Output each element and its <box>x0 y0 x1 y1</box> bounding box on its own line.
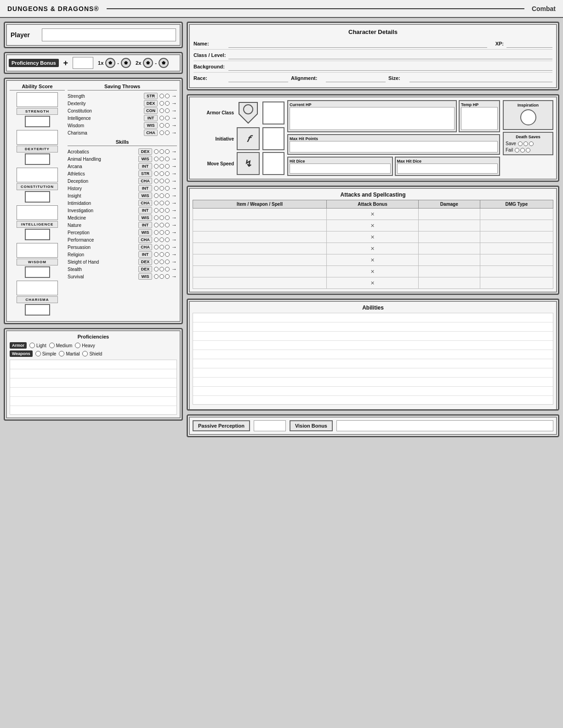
ds-save-c2[interactable] <box>523 141 528 146</box>
sk-ins-c3[interactable] <box>165 193 170 198</box>
sk-inv-c1[interactable] <box>154 208 159 213</box>
attack-item-6[interactable] <box>193 266 327 277</box>
wisdom-score-input[interactable] <box>17 243 58 258</box>
initiative-input[interactable] <box>262 127 284 150</box>
sk-med-c2[interactable] <box>159 215 164 220</box>
armor-heavy-circle[interactable] <box>75 343 80 348</box>
ds-fail-c3[interactable] <box>526 148 530 152</box>
sk-sur-c3[interactable] <box>165 274 170 279</box>
save-str-c2[interactable] <box>165 94 170 98</box>
sk-soh-c3[interactable] <box>165 260 170 264</box>
class-level-input[interactable] <box>228 51 552 59</box>
max-hp-input[interactable] <box>290 141 498 152</box>
sk-sur-c1[interactable] <box>154 274 159 279</box>
weapons-shield-circle[interactable] <box>82 351 88 356</box>
sk-ste-c3[interactable] <box>165 267 170 271</box>
charisma-mod-input[interactable] <box>25 304 50 316</box>
sk-dec-c1[interactable] <box>154 179 159 183</box>
strength-mod-input[interactable] <box>25 116 50 127</box>
charisma-score-input[interactable] <box>17 281 58 295</box>
sk-inv-c2[interactable] <box>159 208 164 213</box>
sk-acro-c3[interactable] <box>165 149 170 154</box>
armor-class-input[interactable] <box>262 102 284 124</box>
attack-type-5[interactable] <box>480 254 553 266</box>
sk-perc-c3[interactable] <box>165 230 170 235</box>
attack-type-1[interactable] <box>480 209 553 220</box>
attack-type-7[interactable] <box>480 277 553 289</box>
attack-item-3[interactable] <box>193 231 327 243</box>
save-dex-c2[interactable] <box>165 101 170 106</box>
sk-hist-c1[interactable] <box>154 186 159 191</box>
sk-soh-c1[interactable] <box>154 260 159 264</box>
player-input[interactable] <box>42 28 176 41</box>
sk-inv-c3[interactable] <box>165 208 170 213</box>
sk-rel-c1[interactable] <box>154 252 159 257</box>
attack-damage-2[interactable] <box>418 220 480 231</box>
vision-bonus-input[interactable] <box>336 420 553 431</box>
sk-hist-c2[interactable] <box>159 186 164 191</box>
race-input[interactable] <box>228 74 288 82</box>
sk-sur-c2[interactable] <box>159 274 164 279</box>
proficiency-notes[interactable] <box>10 360 177 415</box>
save-cha-c1[interactable] <box>159 130 164 135</box>
sk-arc-c3[interactable] <box>165 164 170 169</box>
save-int-c2[interactable] <box>165 116 170 120</box>
passive-perception-input[interactable] <box>254 420 286 431</box>
attack-damage-5[interactable] <box>418 254 480 266</box>
constitution-mod-input[interactable] <box>25 191 50 203</box>
sk-pers-c3[interactable] <box>165 245 170 249</box>
sk-intim-c2[interactable] <box>159 201 164 205</box>
sk-perf-c2[interactable] <box>159 237 164 242</box>
armor-medium-circle[interactable] <box>49 343 55 348</box>
temp-hp-input[interactable] <box>461 107 498 130</box>
attack-item-1[interactable] <box>193 209 327 220</box>
alignment-input[interactable] <box>326 74 386 82</box>
sk-nat-c1[interactable] <box>154 223 159 227</box>
name-input[interactable] <box>228 40 487 48</box>
attack-type-6[interactable] <box>480 266 553 277</box>
sk-anim-c3[interactable] <box>165 157 170 161</box>
attack-item-4[interactable] <box>193 243 327 254</box>
save-wis-c2[interactable] <box>165 123 170 128</box>
sk-dec-c2[interactable] <box>159 179 164 183</box>
wisdom-mod-input[interactable] <box>25 266 50 278</box>
current-hp-input[interactable] <box>290 107 455 130</box>
abilities-content[interactable] <box>193 313 553 405</box>
save-dex-c1[interactable] <box>159 101 164 106</box>
sk-ste-c1[interactable] <box>154 267 159 271</box>
sk-perc-c2[interactable] <box>159 230 164 235</box>
sk-rel-c3[interactable] <box>165 252 170 257</box>
ds-save-c1[interactable] <box>518 141 523 146</box>
sk-hist-c3[interactable] <box>165 186 170 191</box>
ds-save-c3[interactable] <box>529 141 534 146</box>
sk-acro-c2[interactable] <box>159 149 164 154</box>
attack-damage-6[interactable] <box>418 266 480 277</box>
inspiration-circle[interactable] <box>520 109 536 125</box>
attack-type-4[interactable] <box>480 243 553 254</box>
weapons-martial-circle[interactable] <box>59 351 64 356</box>
dexterity-mod-input[interactable] <box>25 153 50 165</box>
save-wis-c1[interactable] <box>159 123 164 128</box>
attack-type-3[interactable] <box>480 231 553 243</box>
sk-acro-c1[interactable] <box>154 149 159 154</box>
xp-input[interactable] <box>506 40 552 48</box>
sk-rel-c2[interactable] <box>159 252 164 257</box>
sk-med-c1[interactable] <box>154 215 159 220</box>
sk-ins-c2[interactable] <box>159 193 164 198</box>
save-cha-c2[interactable] <box>165 130 170 135</box>
background-input[interactable] <box>228 62 552 71</box>
save-str-c1[interactable] <box>159 94 164 98</box>
save-con-c1[interactable] <box>159 108 164 113</box>
max-hit-dice-input[interactable] <box>397 164 498 174</box>
sk-perc-c1[interactable] <box>154 230 159 235</box>
strength-score-input[interactable] <box>17 92 58 107</box>
hit-dice-input[interactable] <box>290 164 391 174</box>
weapons-simple-circle[interactable] <box>35 351 41 356</box>
intelligence-score-input[interactable] <box>17 205 58 220</box>
proficiency-bonus-input[interactable] <box>73 57 93 69</box>
attack-item-7[interactable] <box>193 277 327 289</box>
sk-nat-c3[interactable] <box>165 223 170 227</box>
size-input[interactable] <box>409 74 552 82</box>
move-speed-input[interactable] <box>262 152 284 175</box>
attack-damage-1[interactable] <box>418 209 480 220</box>
